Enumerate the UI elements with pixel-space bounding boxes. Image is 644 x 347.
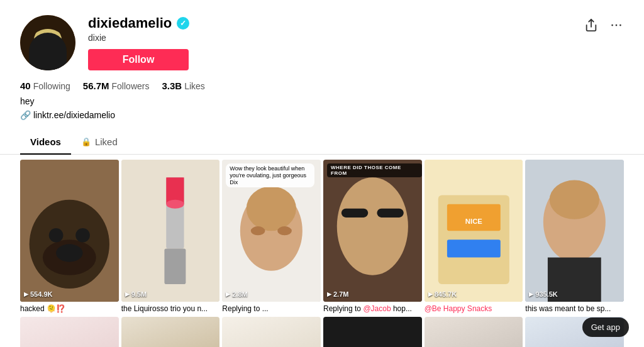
video-card-6[interactable]: ▶ 935.5K this was meant to be sp... bbox=[525, 160, 624, 314]
svg-rect-8 bbox=[49, 43, 57, 48]
comment-bubble: Wow they look beautiful when you're ovul… bbox=[226, 163, 314, 187]
video-card-5[interactable]: NICE ▶ 845.7K @Be Happy Snacks bbox=[425, 160, 523, 314]
svg-rect-22 bbox=[164, 248, 186, 284]
svg-rect-33 bbox=[377, 209, 403, 218]
video-thumb bbox=[425, 317, 523, 347]
svg-rect-2 bbox=[44, 52, 49, 60]
play-count: ▶ 845.7K bbox=[428, 290, 457, 298]
play-count: ▶ 2.7M bbox=[327, 290, 348, 298]
play-count: ▶ 9.5M bbox=[125, 290, 147, 298]
bio-text: hey bbox=[20, 96, 624, 106]
more-icon[interactable] bbox=[609, 18, 624, 33]
followers-stat[interactable]: 56.7M Followers bbox=[83, 80, 150, 91]
username-row: dixiedamelio bbox=[88, 15, 189, 31]
svg-point-28 bbox=[251, 226, 265, 235]
following-stat[interactable]: 40 Following bbox=[20, 80, 70, 91]
play-count-value: 935.5K bbox=[535, 290, 557, 298]
play-icon: ▶ bbox=[24, 291, 28, 297]
play-count: ▶ 2.8M bbox=[226, 290, 247, 298]
tab-liked-label: Liked bbox=[95, 136, 118, 147]
video-thumb: NICE ▶ 845.7K bbox=[425, 160, 523, 302]
svg-point-19 bbox=[56, 244, 82, 262]
svg-point-12 bbox=[616, 25, 618, 26]
likes-stat[interactable]: 3.3B Likes bbox=[162, 80, 204, 91]
link-icon: 🔗 bbox=[20, 110, 31, 120]
video-caption: this was meant to be sp... bbox=[525, 304, 624, 314]
svg-point-29 bbox=[278, 226, 292, 235]
play-icon: ▶ bbox=[529, 291, 533, 297]
play-icon: ▶ bbox=[327, 291, 331, 297]
svg-rect-32 bbox=[341, 209, 368, 218]
video-card-10[interactable] bbox=[323, 317, 422, 347]
video-thumb: Wow they look beautiful when you're ovul… bbox=[222, 160, 321, 302]
svg-rect-38 bbox=[447, 240, 501, 257]
videos-grid: ▶ 554.9K hacked 🫠⁉️ ▶ 9.5M the Liquiross… bbox=[0, 155, 644, 347]
video-card-8[interactable] bbox=[121, 317, 220, 347]
play-count-value: 845.7K bbox=[435, 290, 457, 298]
play-count: ▶ 935.5K bbox=[529, 290, 557, 298]
svg-point-4 bbox=[35, 29, 60, 44]
tab-videos-label: Videos bbox=[30, 136, 61, 147]
avatar-image bbox=[20, 15, 75, 70]
play-icon: ▶ bbox=[125, 291, 130, 297]
svg-text:NICE: NICE bbox=[465, 218, 482, 225]
svg-point-5 bbox=[34, 31, 44, 49]
svg-point-24 bbox=[166, 200, 184, 209]
svg-rect-7 bbox=[39, 43, 47, 48]
video-card-9[interactable] bbox=[222, 317, 321, 347]
header-actions bbox=[584, 15, 624, 33]
username: dixiedamelio bbox=[88, 15, 172, 31]
video-thumb bbox=[121, 317, 220, 347]
profile-header: dixiedamelio dixie Follow bbox=[0, 0, 644, 130]
video-caption: Replying to ... bbox=[222, 304, 321, 314]
get-app-button[interactable]: Get app bbox=[582, 317, 629, 337]
svg-point-3 bbox=[36, 34, 59, 59]
play-count-value: 9.5M bbox=[131, 290, 147, 298]
lock-icon: 🔒 bbox=[81, 137, 91, 146]
likes-label: Likes bbox=[184, 81, 205, 91]
video-thumb bbox=[323, 317, 422, 347]
video-thumb bbox=[222, 317, 321, 347]
svg-point-11 bbox=[611, 25, 613, 26]
following-value: 40 bbox=[20, 80, 31, 91]
video-thumb bbox=[20, 317, 119, 347]
svg-point-6 bbox=[52, 31, 62, 49]
svg-point-18 bbox=[75, 228, 90, 243]
likes-value: 3.3B bbox=[162, 80, 182, 91]
stats-row: 40 Following 56.7M Followers 3.3B Likes bbox=[20, 80, 624, 91]
video-card-3[interactable]: Wow they look beautiful when you're ovul… bbox=[222, 160, 321, 314]
video-caption: @Be Happy Snacks bbox=[425, 304, 523, 314]
svg-point-17 bbox=[49, 228, 64, 243]
svg-point-1 bbox=[30, 59, 65, 70]
profile-info: dixiedamelio dixie Follow bbox=[88, 15, 189, 70]
followers-value: 56.7M bbox=[83, 80, 109, 91]
tabs-row: Videos 🔒 Liked bbox=[0, 130, 644, 155]
share-icon[interactable] bbox=[584, 18, 599, 33]
play-count-value: 554.9K bbox=[30, 290, 52, 298]
video-thumb: ▶ 554.9K bbox=[20, 160, 119, 302]
play-count-value: 2.8M bbox=[232, 290, 247, 298]
svg-point-0 bbox=[20, 15, 75, 70]
video-card-11[interactable] bbox=[425, 317, 523, 347]
tab-videos[interactable]: Videos bbox=[20, 130, 71, 155]
video-card-7[interactable] bbox=[20, 317, 119, 347]
tab-liked[interactable]: 🔒 Liked bbox=[71, 130, 128, 155]
svg-point-31 bbox=[337, 177, 408, 275]
link-row[interactable]: 🔗 linktr.ee/dixiedamelio bbox=[20, 110, 624, 120]
video-card-1[interactable]: ▶ 554.9K hacked 🫠⁉️ bbox=[20, 160, 119, 314]
follow-button[interactable]: Follow bbox=[88, 49, 189, 70]
followers-label: Followers bbox=[112, 81, 150, 91]
verified-badge bbox=[177, 17, 189, 30]
video-thumb: ▶ 935.5K bbox=[525, 160, 624, 302]
svg-point-41 bbox=[550, 180, 599, 219]
profile-link[interactable]: linktr.ee/dixiedamelio bbox=[33, 110, 115, 120]
banner-bubble: WHERE DID THOSE COME FROM bbox=[327, 163, 422, 177]
play-count-value: 2.7M bbox=[333, 290, 348, 298]
video-card-4[interactable]: WHERE DID THOSE COME FROM ▶ 2.7M Replyin… bbox=[323, 160, 422, 314]
video-caption: Replying to @Jacob hop... bbox=[323, 304, 422, 314]
video-thumb: WHERE DID THOSE COME FROM ▶ 2.7M bbox=[323, 160, 422, 302]
video-card-2[interactable]: ▶ 9.5M the Liquirosso trio you n... bbox=[121, 160, 220, 314]
video-thumb: ▶ 9.5M bbox=[121, 160, 220, 302]
svg-point-13 bbox=[619, 25, 621, 26]
following-label: Following bbox=[33, 81, 70, 91]
